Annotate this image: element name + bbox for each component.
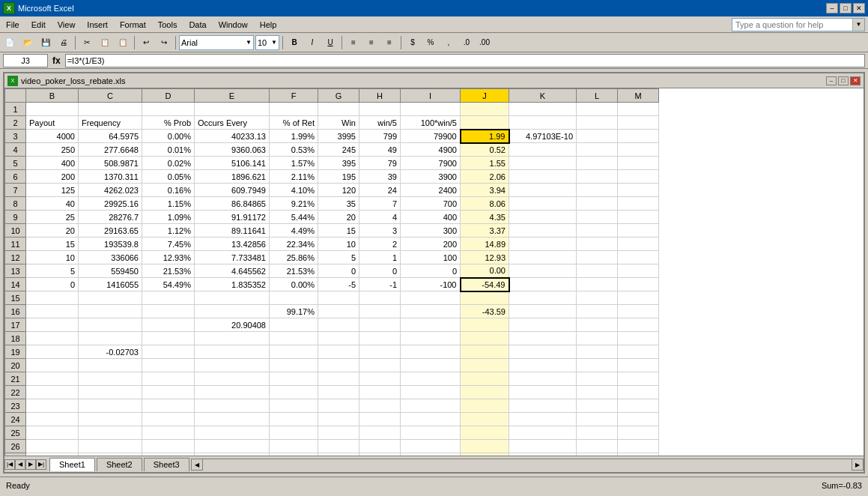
cell-e18[interactable] xyxy=(195,332,270,345)
cell-d18[interactable] xyxy=(142,332,195,345)
cell-l3[interactable] xyxy=(577,130,618,143)
cell-m19[interactable] xyxy=(618,345,659,359)
cell-d12[interactable]: 12.93% xyxy=(142,251,195,264)
cell-k6[interactable] xyxy=(509,170,577,184)
cell-k5[interactable] xyxy=(509,157,577,170)
currency-button[interactable]: $ xyxy=(404,34,421,51)
cell-b10[interactable]: 20 xyxy=(26,224,79,238)
cell-h12[interactable]: 1 xyxy=(359,251,401,264)
cell-c14[interactable]: 1416055 xyxy=(79,278,142,291)
cell-e2[interactable]: Occurs Every xyxy=(195,116,270,130)
cell-l15[interactable] xyxy=(577,291,618,305)
cell-j5[interactable]: 1.55 xyxy=(461,157,509,170)
cell-k16[interactable] xyxy=(509,305,577,318)
cell-i19[interactable] xyxy=(401,345,461,359)
cell-reference-input[interactable] xyxy=(3,54,48,67)
cell-h2[interactable]: win/5 xyxy=(359,116,401,130)
cell-e8[interactable]: 86.84865 xyxy=(195,197,270,211)
cell-c18[interactable] xyxy=(79,332,142,345)
menu-window[interactable]: Window xyxy=(213,19,254,31)
italic-button[interactable]: I xyxy=(304,34,321,51)
cell-k19[interactable] xyxy=(509,345,577,359)
cell-d5[interactable]: 0.02% xyxy=(142,157,195,170)
cell-j3[interactable]: 1.99 xyxy=(461,130,509,143)
cell-h3[interactable]: 799 xyxy=(359,130,401,143)
cell-k3[interactable]: 4.97103E-10 xyxy=(509,130,577,143)
cell-l19[interactable] xyxy=(577,345,618,359)
cell-f12[interactable]: 25.86% xyxy=(270,251,318,264)
cell-f9[interactable]: 5.44% xyxy=(270,211,318,224)
cell-e15[interactable] xyxy=(195,291,270,305)
cell-j11[interactable]: 14.89 xyxy=(461,238,509,251)
maximize-button[interactable]: □ xyxy=(840,3,852,13)
cell-j2[interactable] xyxy=(461,116,509,130)
cell-f8[interactable]: 9.21% xyxy=(270,197,318,211)
cell-e19[interactable] xyxy=(195,345,270,359)
cell-k7[interactable] xyxy=(509,184,577,197)
cell-b8[interactable]: 40 xyxy=(26,197,79,211)
cell-g19[interactable] xyxy=(318,345,359,359)
cell-g10[interactable]: 15 xyxy=(318,224,359,238)
col-header-h[interactable]: H xyxy=(359,89,401,103)
cell-b13[interactable]: 5 xyxy=(26,264,79,278)
cell-h10[interactable]: 3 xyxy=(359,224,401,238)
cell-m7[interactable] xyxy=(618,184,659,197)
cell-l10[interactable] xyxy=(577,224,618,238)
cell-l11[interactable] xyxy=(577,238,618,251)
cell-g15[interactable] xyxy=(318,291,359,305)
cell-m6[interactable] xyxy=(618,170,659,184)
formula-input[interactable] xyxy=(65,54,865,67)
tab-next-button[interactable]: ▶ xyxy=(25,459,36,470)
cell-m2[interactable] xyxy=(618,116,659,130)
cell-k1[interactable] xyxy=(509,103,577,116)
cell-c16[interactable] xyxy=(79,305,142,318)
cell-i8[interactable]: 700 xyxy=(401,197,461,211)
cell-i5[interactable]: 7900 xyxy=(401,157,461,170)
cell-f5[interactable]: 1.57% xyxy=(270,157,318,170)
menu-format[interactable]: Format xyxy=(114,19,152,31)
open-button[interactable]: 📂 xyxy=(19,34,36,51)
cell-f17[interactable] xyxy=(270,318,318,332)
cell-b6[interactable]: 200 xyxy=(26,170,79,184)
cell-b3[interactable]: 4000 xyxy=(26,130,79,143)
cell-c17[interactable] xyxy=(79,318,142,332)
cell-i3[interactable]: 79900 xyxy=(401,130,461,143)
cell-d2[interactable]: % Prob xyxy=(142,116,195,130)
cell-l7[interactable] xyxy=(577,184,618,197)
cell-e10[interactable]: 89.11641 xyxy=(195,224,270,238)
cell-e17[interactable]: 20.90408 xyxy=(195,318,270,332)
col-header-m[interactable]: M xyxy=(618,89,659,103)
cell-k18[interactable] xyxy=(509,332,577,345)
cell-d11[interactable]: 7.45% xyxy=(142,238,195,251)
cell-e14[interactable]: 1.835352 xyxy=(195,278,270,291)
cell-l13[interactable] xyxy=(577,264,618,278)
sheet-tab-3[interactable]: Sheet3 xyxy=(144,458,189,471)
cell-m10[interactable] xyxy=(618,224,659,238)
cell-j18[interactable] xyxy=(461,332,509,345)
cell-c2[interactable]: Frequency xyxy=(79,116,142,130)
cell-i16[interactable] xyxy=(401,305,461,318)
cell-d19[interactable] xyxy=(142,345,195,359)
sheet-tab-2[interactable]: Sheet2 xyxy=(97,458,142,471)
align-left-button[interactable]: ≡ xyxy=(345,34,362,51)
cell-d6[interactable]: 0.05% xyxy=(142,170,195,184)
cell-h7[interactable]: 24 xyxy=(359,184,401,197)
cell-k15[interactable] xyxy=(509,291,577,305)
cell-g1[interactable] xyxy=(318,103,359,116)
cell-h15[interactable] xyxy=(359,291,401,305)
cell-m5[interactable] xyxy=(618,157,659,170)
cell-i6[interactable]: 3900 xyxy=(401,170,461,184)
ss-close-button[interactable]: ✕ xyxy=(850,76,861,85)
cell-m9[interactable] xyxy=(618,211,659,224)
cell-h18[interactable] xyxy=(359,332,401,345)
menu-insert[interactable]: Insert xyxy=(81,19,114,31)
help-input[interactable] xyxy=(732,20,852,29)
cell-h16[interactable] xyxy=(359,305,401,318)
cell-m18[interactable] xyxy=(618,332,659,345)
cell-m15[interactable] xyxy=(618,291,659,305)
cell-h14[interactable]: -1 xyxy=(359,278,401,291)
cell-f2[interactable]: % of Ret xyxy=(270,116,318,130)
redo-button[interactable]: ↪ xyxy=(156,34,172,51)
minimize-button[interactable]: – xyxy=(826,3,838,13)
decrease-decimal-button[interactable]: .00 xyxy=(476,34,493,51)
